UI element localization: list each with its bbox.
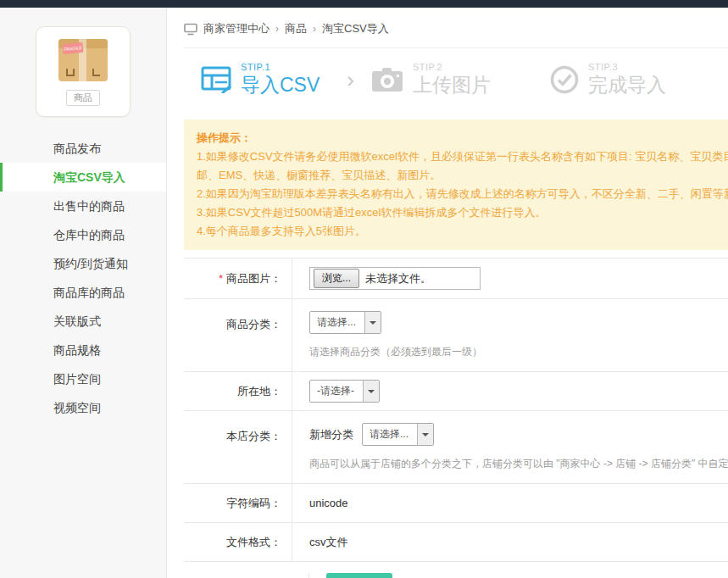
sidebar-item-goods-spec[interactable]: 商品规格 — [0, 336, 166, 364]
step-import-csv: STIP.1 导入CSV — [201, 62, 320, 98]
form-row-submit: 导入 — [184, 562, 728, 578]
step-separator: › — [347, 69, 354, 91]
shop-category-label: 本店分类： — [184, 411, 292, 483]
breadcrumb: 商家管理中心 › 商品 › 淘宝CSV导入 — [184, 21, 728, 36]
form-row-file-format: 文件格式： csv文件 — [184, 523, 728, 562]
operation-tips-box: 操作提示： 1.如果修改CSV文件请务必使用微软excel软件，且必须保证第一行… — [184, 119, 728, 250]
product-category-label: 商品分类： — [184, 299, 292, 371]
top-navbar — [0, 0, 728, 8]
step-number: STIP.3 — [588, 62, 666, 72]
location-field: -请选择- — [292, 372, 728, 410]
notice-line-3: 3.如果CSV文件超过500M请通过excel软件编辑拆成多个文件进行导入。 — [197, 203, 715, 222]
main-content: 商家管理中心 › 商品 › 淘宝CSV导入 STIP.1 导入CSV — [167, 8, 728, 578]
file-format-field: csv文件 — [292, 523, 728, 561]
shop-category-help: 商品可以从属于店铺的多个分类之下，店铺分类可以由 "商家中心 -> 店铺 -> … — [309, 457, 728, 471]
sidebar-item-goods-publish[interactable]: 商品发布 — [0, 134, 166, 163]
chevron-down-icon — [363, 381, 379, 402]
label-text: 本店分类： — [226, 429, 281, 444]
breadcrumb-current-page: 淘宝CSV导入 — [322, 21, 389, 36]
notice-line-4: 4.每个商品最多支持导入5张图片。 — [197, 222, 715, 241]
label-text: 所在地： — [237, 384, 281, 399]
breadcrumb-goods[interactable]: 商品 — [285, 21, 307, 36]
form-row-encoding: 字符编码： unicode — [184, 484, 728, 523]
product-image-label: * 商品图片： — [184, 258, 292, 298]
notice-line-1: 1.如果修改CSV文件请务必使用微软excel软件，且必须保证第一行表头名称含有… — [197, 147, 715, 166]
form-row-product-image: * 商品图片： 浏览... 未选择文件。 — [184, 258, 728, 299]
sidebar-item-video-space[interactable]: 视频空间 — [0, 393, 166, 422]
sidebar-item-image-space[interactable]: 图片空间 — [0, 364, 166, 393]
label-text: 商品图片： — [226, 271, 281, 286]
product-image-field: 浏览... 未选择文件。 — [292, 258, 728, 298]
sidebar-item-taobao-csv-import[interactable]: 淘宝CSV导入 — [0, 163, 166, 192]
import-form: * 商品图片： 浏览... 未选择文件。 商品分类： 请选择... — [184, 258, 728, 578]
step-finish-import: STIP.3 完成导入 — [550, 62, 666, 98]
step-texts: STIP.1 导入CSV — [241, 62, 320, 98]
breadcrumb-merchant-center[interactable]: 商家管理中心 — [203, 21, 270, 36]
notice-line-1-wrap: 邮、EMS、快递、橱窗推荐、宝贝描述、新图片。 — [197, 166, 715, 185]
sidebar-item-arrival-notice[interactable]: 预约/到货通知 — [0, 249, 166, 278]
submit-label-spacer — [201, 573, 309, 578]
file-format-label: 文件格式： — [184, 523, 292, 561]
breadcrumb-separator: › — [313, 23, 316, 35]
chevron-down-icon — [417, 424, 433, 445]
location-label: 所在地： — [184, 372, 292, 410]
select-value: 请选择... — [310, 312, 364, 333]
package-box-icon: FRAGILE — [58, 39, 108, 81]
submit-field: 导入 — [309, 573, 728, 578]
notice-line-2: 2.如果因为淘宝助理版本差异表头名称有出入，请先修改成上述的名称方可导入，不区分… — [197, 185, 715, 203]
select-value: 请选择... — [363, 424, 417, 445]
form-row-location: 所在地： -请选择- — [184, 372, 728, 411]
encoding-field: unicode — [292, 484, 728, 522]
step-label: 导入CSV — [241, 72, 320, 98]
breadcrumb-separator: › — [275, 23, 279, 35]
label-text: 商品分类： — [226, 317, 281, 332]
category-card: FRAGILE 商品 — [36, 26, 131, 117]
select-value: -请选择- — [310, 381, 363, 402]
camera-icon — [371, 67, 403, 93]
monitor-icon — [184, 23, 197, 36]
sidebar-item-goods-library[interactable]: 商品库的商品 — [0, 278, 166, 307]
category-card-label: 商品 — [66, 90, 100, 106]
box-mark — [92, 69, 100, 76]
file-status-text: 未选择文件。 — [365, 271, 431, 286]
product-category-help: 请选择商品分类（必须选到最后一级） — [309, 345, 482, 359]
form-row-shop-category: 本店分类： 新增分类 请选择... 商品可以从属于店铺的多个分类之下，店铺分类可… — [184, 411, 728, 484]
steps-indicator: STIP.1 导入CSV › STIP.2 上传图片 — [184, 48, 728, 111]
step-number: STIP.1 — [241, 62, 320, 72]
shop-category-field: 新增分类 请选择... 商品可以从属于店铺的多个分类之下，店铺分类可以由 "商家… — [292, 411, 728, 483]
form-row-product-category: 商品分类： 请选择... 请选择商品分类（必须选到最后一级） — [184, 299, 728, 372]
shop-category-controls: 新增分类 请选择... — [309, 423, 434, 446]
chevron-down-icon — [364, 312, 381, 333]
product-category-select[interactable]: 请选择... — [309, 311, 381, 334]
step-upload-images: STIP.2 上传图片 — [371, 62, 491, 98]
product-category-field: 请选择... 请选择商品分类（必须选到最后一级） — [292, 299, 728, 371]
sidebar: FRAGILE 商品 商品发布 淘宝CSV导入 出售中的商品 仓库中的商品 预约… — [0, 8, 167, 578]
shop-category-select[interactable]: 请选择... — [362, 423, 434, 446]
browse-button[interactable]: 浏览... — [314, 269, 359, 288]
encoding-label: 字符编码： — [184, 484, 292, 522]
file-input[interactable]: 浏览... 未选择文件。 — [309, 267, 481, 290]
label-text: 文件格式： — [226, 535, 281, 550]
encoding-value: unicode — [309, 497, 348, 509]
sidebar-item-goods-in-warehouse[interactable]: 仓库中的商品 — [0, 220, 166, 249]
step-label: 完成导入 — [588, 72, 666, 98]
sidebar-menu: 商品发布 淘宝CSV导入 出售中的商品 仓库中的商品 预约/到货通知 商品库的商… — [0, 134, 166, 422]
fragile-sticker: FRAGILE — [62, 42, 83, 54]
sidebar-item-related-layout[interactable]: 关联版式 — [0, 307, 166, 336]
add-category-label: 新增分类 — [309, 427, 353, 442]
page-layout: FRAGILE 商品 商品发布 淘宝CSV导入 出售中的商品 仓库中的商品 预约… — [0, 8, 728, 578]
location-select[interactable]: -请选择- — [309, 380, 380, 403]
step-number: STIP.2 — [413, 62, 491, 72]
file-format-value: csv文件 — [309, 535, 348, 550]
notice-title: 操作提示： — [197, 129, 715, 147]
sidebar-item-goods-on-sale[interactable]: 出售中的商品 — [0, 192, 166, 220]
required-asterisk: * — [219, 272, 223, 285]
label-text: 字符编码： — [226, 496, 281, 511]
box-mark — [66, 69, 75, 76]
import-button[interactable]: 导入 — [326, 573, 392, 578]
step-texts: STIP.2 上传图片 — [413, 62, 491, 98]
check-circle-icon — [550, 65, 579, 94]
step-label: 上传图片 — [413, 72, 491, 98]
step-texts: STIP.3 完成导入 — [588, 62, 666, 98]
csv-table-icon — [201, 66, 231, 93]
